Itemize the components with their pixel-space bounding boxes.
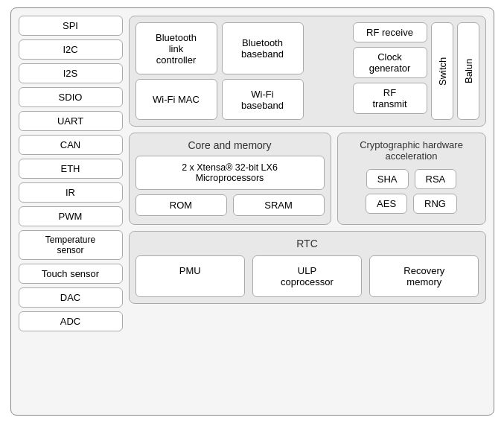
sha-block: SHA (366, 169, 409, 189)
sram-block: SRAM (233, 194, 325, 216)
wifi-mac-block: Wi-Fi MAC (135, 79, 217, 120)
rom-block: ROM (135, 194, 227, 216)
ulp-block: ULP coprocessor (252, 255, 362, 297)
rtc-section: RTC PMU ULP coprocessor Recovery memory (129, 231, 486, 304)
chip-diagram: SPI I2C I2S SDIO UART CAN ETH IR PWM Tem… (10, 7, 494, 416)
wireless-top-row: Bluetooth link controller Bluetooth base… (135, 22, 347, 74)
spi-label: SPI (19, 16, 123, 36)
i2c-label: I2C (19, 39, 123, 60)
wireless-left: Bluetooth link controller Bluetooth base… (135, 22, 347, 120)
pwm-label: PWM (19, 206, 123, 226)
wireless-bottom-row: Wi-Fi MAC Wi-Fi baseband (135, 79, 347, 120)
switch-block: Switch (431, 22, 453, 120)
rtc-row: PMU ULP coprocessor Recovery memory (135, 255, 479, 297)
i2s-label: I2S (19, 63, 123, 83)
ir-label: IR (19, 182, 123, 203)
uart-label: UART (19, 111, 123, 131)
middle-section: Core and memory 2 x Xtensa® 32-bit LX6 M… (129, 133, 486, 225)
sdio-label: SDIO (19, 87, 123, 107)
crypto-title: Cryptographic hardware acceleration (344, 139, 479, 162)
wifi-baseband-block: Wi-Fi baseband (222, 79, 304, 120)
touch-sensor-label: Touch sensor (19, 264, 123, 284)
adc-label: ADC (19, 311, 123, 331)
rf-receive-block: RF receive (353, 22, 427, 42)
core-title: Core and memory (135, 139, 325, 151)
cpu-block: 2 x Xtensa® 32-bit LX6 Microprocessors (135, 156, 325, 190)
bluetooth-link-block: Bluetooth link controller (135, 22, 217, 74)
rf-verticals: Switch Balun (431, 22, 479, 120)
crypto-row-2: AES RNG (344, 194, 479, 214)
aes-block: AES (366, 194, 407, 214)
core-section: Core and memory 2 x Xtensa® 32-bit LX6 M… (129, 133, 331, 225)
left-peripherals: SPI I2C I2S SDIO UART CAN ETH IR PWM Tem… (19, 16, 123, 407)
wireless-section: Bluetooth link controller Bluetooth base… (129, 16, 486, 127)
can-label: CAN (19, 135, 123, 155)
pmu-block: PMU (135, 255, 245, 297)
eth-label: ETH (19, 159, 123, 179)
rtc-title: RTC (135, 238, 479, 249)
core-memory-row: ROM SRAM (135, 194, 325, 216)
bluetooth-baseband-block: Bluetooth baseband (222, 22, 304, 74)
core-inner: 2 x Xtensa® 32-bit LX6 Microprocessors R… (135, 156, 325, 216)
rng-block: RNG (413, 194, 457, 214)
rf-section: RF receive Clock generator RF transmit S… (353, 22, 479, 120)
clock-generator-block: Clock generator (353, 47, 427, 78)
recovery-block: Recovery memory (369, 255, 479, 297)
dac-label: DAC (19, 287, 123, 308)
crypto-row-1: SHA RSA (344, 169, 479, 189)
balun-block: Balun (457, 22, 479, 120)
crypto-section: Cryptographic hardware acceleration SHA … (337, 133, 486, 225)
rf-transmit-block: RF transmit (353, 83, 427, 114)
rsa-block: RSA (415, 169, 457, 189)
temp-sensor-label: Temperature sensor (19, 230, 123, 260)
right-area: Bluetooth link controller Bluetooth base… (129, 16, 486, 407)
rf-left: RF receive Clock generator RF transmit (353, 22, 427, 120)
